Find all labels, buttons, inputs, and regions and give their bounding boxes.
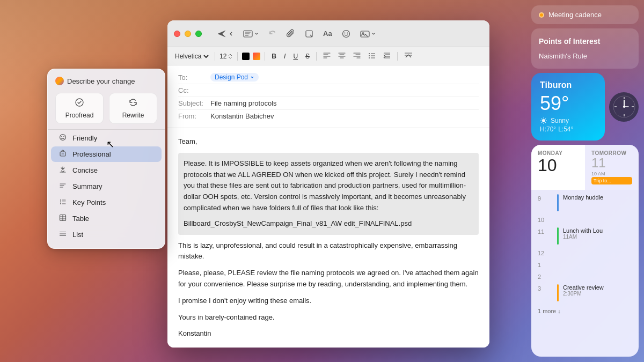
email-header: To: Design Pod Cc: Subject: File naming … bbox=[167, 65, 489, 128]
email-body-para1: Please. It is IMPOSSIBLE to keep assets … bbox=[184, 158, 473, 214]
list-label: List bbox=[72, 231, 83, 239]
calendar-events: 9 Monday huddle 10 11 Lunch with Lou 11A… bbox=[531, 190, 639, 306]
calendar-slot-12: 12 bbox=[531, 247, 639, 258]
text-color-swatch[interactable] bbox=[242, 53, 250, 60]
separator4 bbox=[316, 52, 317, 61]
undo-icon[interactable] bbox=[268, 29, 277, 38]
poi-item: Naismith's Rule bbox=[539, 50, 631, 62]
send-icon[interactable] bbox=[217, 29, 233, 38]
email-body-content: Team, Please. It is IMPOSSIBLE to keep a… bbox=[167, 128, 489, 348]
to-recipient-name: Design Pod bbox=[215, 73, 248, 81]
poi-widget[interactable]: Points of Interest Naismith's Rule bbox=[531, 28, 639, 69]
rewrite-button[interactable]: Rewrite bbox=[109, 93, 157, 124]
ai-writing-popup: Describe your change Proofread Rewri bbox=[47, 69, 165, 249]
summary-icon bbox=[58, 182, 67, 191]
svg-point-13 bbox=[63, 136, 64, 137]
window-titlebar: Aa bbox=[167, 20, 489, 47]
cc-label: Cc: bbox=[178, 86, 210, 94]
toolbar-icons: Aa bbox=[217, 29, 483, 39]
ai-menu-list[interactable]: List bbox=[51, 227, 162, 242]
to-recipient-badge[interactable]: Design Pod bbox=[210, 73, 259, 82]
email-body[interactable]: Team, Please. It is IMPOSSIBLE to keep a… bbox=[167, 128, 489, 348]
email-signature: Konstantin bbox=[178, 328, 479, 339]
calendar-slot-1: 1 bbox=[531, 258, 639, 270]
align-right-icon[interactable] bbox=[351, 51, 363, 61]
calendar-event-monday-huddle[interactable]: 9 Monday huddle bbox=[531, 192, 639, 213]
rewrite-icon bbox=[128, 98, 138, 109]
proofread-button[interactable]: Proofread bbox=[55, 93, 104, 124]
photo-icon[interactable] bbox=[360, 30, 376, 38]
email-body-para2: This is lazy, unprofessional, and could … bbox=[178, 240, 479, 263]
meeting-cadence-widget[interactable]: Meeting cadence bbox=[531, 5, 639, 24]
bold-button[interactable]: B bbox=[269, 51, 279, 61]
ai-menu-friendly[interactable]: Friendly bbox=[51, 130, 162, 146]
weather-widget[interactable]: Tiburon 59° Sunny H:70° L:54° bbox=[531, 73, 605, 141]
separator2 bbox=[237, 52, 238, 61]
svg-point-27 bbox=[623, 106, 625, 108]
note-icon[interactable] bbox=[305, 29, 313, 38]
emoji-icon[interactable] bbox=[342, 29, 350, 38]
font-size-control[interactable]: 12 bbox=[219, 53, 233, 60]
clock-face bbox=[612, 95, 636, 119]
event-time-9: 9 bbox=[538, 194, 553, 202]
svg-point-16 bbox=[60, 202, 61, 203]
ai-menu-summary[interactable]: Summary bbox=[51, 179, 162, 194]
font-size-value: 12 bbox=[219, 53, 226, 60]
attachment-icon[interactable] bbox=[287, 29, 295, 39]
email-body-para4: I promise I don't enjoy writing these em… bbox=[178, 295, 479, 307]
subject-label: Subject: bbox=[178, 99, 210, 107]
calendar-widget[interactable]: MONDAY 10 TOMORROW 11 10 AM Trip to... 9… bbox=[531, 145, 639, 357]
event-sub-creative: 2:30PM bbox=[563, 291, 632, 297]
email-filename: Billboard_CrosbySt_NewCampaign_Final_v81… bbox=[184, 218, 473, 230]
close-button[interactable] bbox=[174, 31, 180, 37]
more-format-icon[interactable] bbox=[402, 50, 415, 62]
today-date: 10 bbox=[538, 156, 579, 175]
ai-actions-row: Proofread Rewrite bbox=[48, 91, 165, 130]
ai-menu-key-points[interactable]: Key Points bbox=[51, 195, 162, 210]
weather-lo: L:54° bbox=[558, 125, 573, 133]
summary-label: Summary bbox=[72, 182, 103, 190]
ai-menu-concise[interactable]: Concise bbox=[51, 162, 162, 178]
align-left-icon[interactable] bbox=[321, 51, 333, 61]
event-title-lunch: Lunch with Lou bbox=[563, 227, 632, 234]
calendar-event-creative-review[interactable]: 3 Creative review 2:30PM bbox=[531, 282, 639, 304]
text-format-icon[interactable]: Aa bbox=[323, 29, 332, 38]
svg-rect-5 bbox=[361, 31, 369, 37]
rewrite-label: Rewrite bbox=[122, 112, 144, 119]
clock-widget[interactable] bbox=[609, 92, 639, 122]
underline-button[interactable]: U bbox=[291, 51, 300, 61]
align-center-icon[interactable] bbox=[336, 51, 348, 61]
poi-title: Points of Interest bbox=[539, 35, 631, 48]
event-info-lunch: Lunch with Lou 11AM bbox=[563, 227, 632, 240]
indent-icon[interactable] bbox=[381, 51, 393, 61]
cc-field: Cc: bbox=[178, 84, 479, 97]
event-bar-huddle bbox=[557, 194, 559, 211]
separator5 bbox=[397, 52, 398, 61]
maximize-button[interactable] bbox=[195, 31, 202, 37]
strikethrough-button[interactable]: S bbox=[303, 51, 312, 61]
event-info-creative: Creative review 2:30PM bbox=[563, 284, 632, 297]
event-time-12: 12 bbox=[538, 249, 553, 256]
svg-point-3 bbox=[344, 32, 345, 33]
calendar-more[interactable]: 1 more ↓ bbox=[531, 306, 639, 319]
ai-popup-title: Describe your change bbox=[67, 77, 135, 85]
subject-value: File naming protocols bbox=[210, 99, 277, 107]
svg-point-4 bbox=[347, 32, 348, 33]
ai-menu-table[interactable]: Table bbox=[51, 211, 162, 226]
friendly-label: Friendly bbox=[72, 134, 97, 142]
list-format-icon[interactable] bbox=[366, 51, 378, 61]
format-icon[interactable] bbox=[243, 30, 259, 38]
event-time-11: 11 bbox=[538, 227, 553, 235]
italic-button[interactable]: I bbox=[282, 51, 288, 61]
font-family-select[interactable]: Helvetica bbox=[173, 52, 210, 61]
calendar-slot-10: 10 bbox=[531, 213, 639, 225]
from-label: From: bbox=[178, 112, 210, 120]
svg-point-19 bbox=[542, 119, 545, 122]
email-window: Aa bbox=[167, 20, 489, 348]
svg-point-2 bbox=[342, 30, 349, 37]
minimize-button[interactable] bbox=[185, 31, 191, 37]
highlight-color-swatch[interactable] bbox=[253, 53, 260, 60]
calendar-event-lunch[interactable]: 11 Lunch with Lou 11AM bbox=[531, 225, 639, 247]
ai-menu-professional[interactable]: Professional bbox=[51, 146, 162, 162]
event-bar-lunch bbox=[557, 227, 559, 245]
